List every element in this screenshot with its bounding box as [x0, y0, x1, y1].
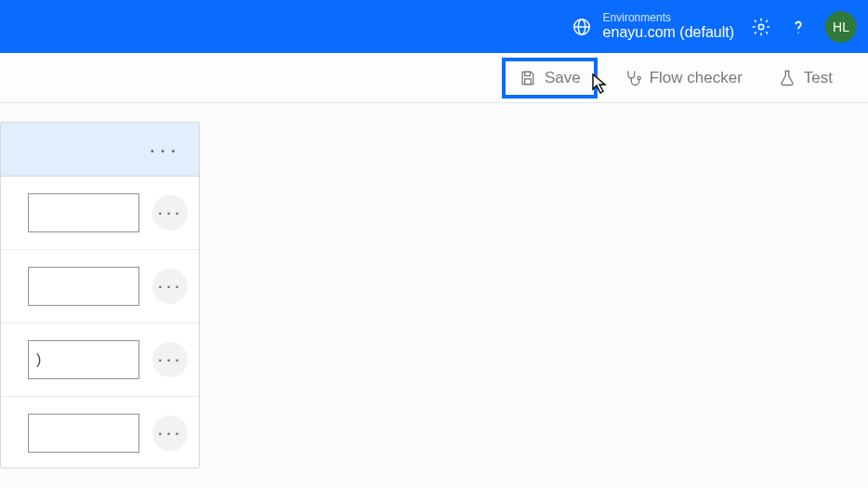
parameter-input[interactable] — [28, 193, 139, 232]
svg-rect-5 — [525, 72, 531, 75]
flow-checker-button[interactable]: Flow checker — [614, 63, 752, 93]
environment-value: enayu.com (default) — [603, 24, 734, 41]
parameter-input[interactable] — [28, 414, 139, 453]
row-menu-button[interactable]: ··· — [152, 415, 188, 451]
app-header: Environments enayu.com (default) HL — [0, 0, 868, 53]
flask-icon — [778, 69, 796, 87]
parameter-input[interactable] — [28, 267, 139, 306]
parameter-input[interactable]: ) — [28, 340, 139, 379]
parameter-row: ··· — [1, 397, 199, 453]
action-card-header[interactable]: ··· — [1, 123, 199, 177]
svg-point-3 — [758, 24, 764, 30]
svg-rect-6 — [525, 78, 532, 84]
row-menu-button[interactable]: ··· — [152, 269, 188, 304]
svg-point-7 — [638, 76, 640, 79]
parameter-row: ··· — [1, 177, 199, 250]
editor-toolbar: Save Flow checker Test — [0, 53, 868, 103]
action-card[interactable]: ··· ··· ··· ) ··· ··· — [0, 122, 200, 468]
save-button[interactable]: Save — [502, 58, 598, 99]
svg-point-4 — [797, 32, 798, 33]
avatar-initials: HL — [833, 20, 849, 34]
flow-checker-label: Flow checker — [650, 69, 743, 87]
designer-canvas: ··· ··· ··· ) ··· ··· — [0, 103, 868, 488]
parameter-row: ) ··· — [1, 323, 199, 397]
parameter-row: ··· — [1, 250, 199, 323]
environment-text: Environments enayu.com (default) — [603, 12, 734, 41]
row-menu-button[interactable]: ··· — [152, 195, 188, 231]
test-label: Test — [804, 69, 833, 87]
avatar[interactable]: HL — [825, 11, 857, 43]
stethoscope-icon — [624, 69, 642, 87]
globe-icon — [572, 17, 592, 37]
help-icon[interactable] — [788, 17, 809, 37]
gear-icon[interactable] — [751, 17, 771, 37]
save-label: Save — [545, 69, 581, 87]
environment-picker[interactable]: Environments enayu.com (default) — [572, 12, 734, 41]
environment-label: Environments — [603, 12, 734, 24]
row-menu-button[interactable]: ··· — [152, 342, 188, 377]
test-button[interactable]: Test — [769, 63, 842, 93]
save-icon — [519, 69, 537, 87]
